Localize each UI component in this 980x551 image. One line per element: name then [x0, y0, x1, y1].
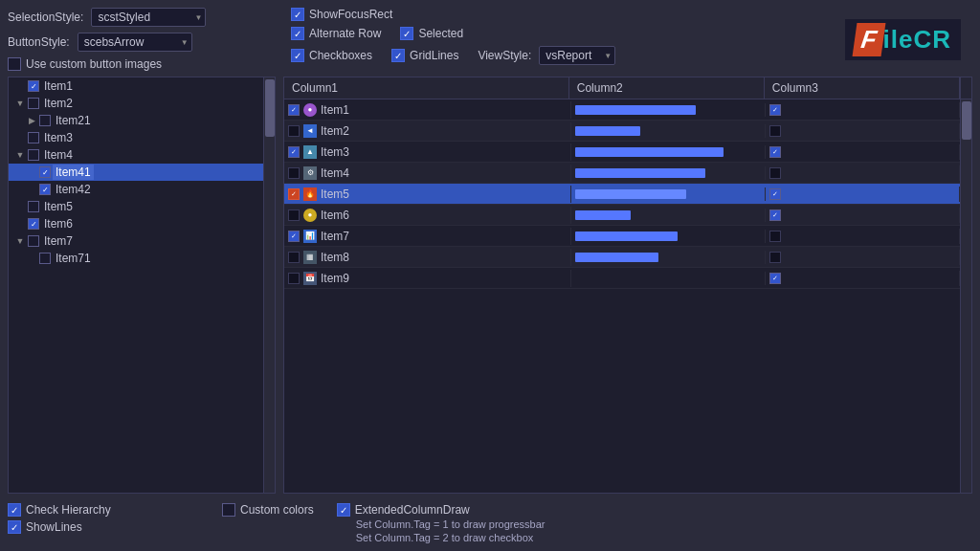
grid-cb3-item3[interactable]	[769, 146, 781, 158]
viewstyle-wrapper[interactable]: vsReport	[539, 46, 615, 65]
alternate-row-label[interactable]: Alternate Row	[291, 27, 381, 40]
cb-item4[interactable]	[28, 149, 39, 161]
grid-cb3-item6[interactable]	[769, 209, 781, 221]
tree-row-item41[interactable]: Item41	[9, 164, 263, 181]
checkboxes-cb[interactable]	[291, 49, 304, 62]
cb-item1[interactable]	[28, 80, 39, 92]
custom-colors-label[interactable]: Custom colors	[222, 503, 314, 517]
grid-row-item8[interactable]: ▦ Item8	[284, 247, 960, 268]
expand-item2[interactable]: ▼	[14, 98, 26, 109]
custom-button-cb[interactable]	[8, 57, 21, 71]
gridlines-cb[interactable]	[391, 49, 405, 62]
progress-item2	[575, 126, 640, 136]
cb-item42[interactable]	[39, 184, 51, 195]
custom-colors-cb[interactable]	[222, 503, 235, 517]
tree-row-item6[interactable]: Item6	[9, 215, 263, 232]
grid-cb3-item9[interactable]	[769, 273, 781, 284]
grid-cb-item2[interactable]	[288, 125, 300, 137]
grid-row-item5[interactable]: 🔥 Item5	[284, 184, 960, 205]
grid-row-item9[interactable]: 📅 Item9	[284, 268, 960, 289]
cb-item6[interactable]	[28, 218, 39, 230]
grid-cb-item9[interactable]	[288, 273, 300, 284]
tree-row-item5[interactable]: Item5	[9, 198, 263, 215]
expand-item41[interactable]	[26, 166, 37, 178]
cb-item7[interactable]	[28, 235, 39, 247]
tree-row-item4[interactable]: ▼ Item4	[9, 146, 263, 164]
tree-row-item7[interactable]: ▼ Item7	[9, 232, 263, 250]
cb-item41[interactable]	[39, 166, 51, 178]
grid-cb-item6[interactable]	[288, 209, 300, 221]
show-focus-rect-label[interactable]: ShowFocusRect	[291, 8, 392, 21]
alternate-row-cb[interactable]	[291, 27, 304, 40]
tree-row-item42[interactable]: Item42	[9, 181, 263, 198]
grid-cell-col2-item8	[571, 251, 766, 264]
button-style-dropdown[interactable]: scebsArrow	[78, 33, 192, 52]
grid-row-item1[interactable]: ● Item1	[284, 99, 960, 121]
expand-item3[interactable]	[14, 132, 26, 143]
grid-row-item7[interactable]: 📊 Item7	[284, 226, 960, 247]
expand-item21[interactable]: ▶	[26, 115, 37, 126]
cb-item3[interactable]	[28, 132, 39, 143]
show-lines-label[interactable]: ShowLines	[8, 520, 82, 534]
selection-style-dropdown[interactable]: scstStyled	[91, 8, 206, 27]
tree-panel[interactable]: Item1 ▼ Item2 ▶ Item21 Item3	[8, 77, 276, 494]
custom-button-label[interactable]: Use custom button images	[8, 57, 162, 71]
gridlines-label[interactable]: GridLines	[391, 49, 458, 62]
grid-cb3-item2[interactable]	[769, 125, 781, 137]
grid-scrollbar[interactable]	[960, 99, 971, 493]
selection-style-wrapper[interactable]: scstStyled	[91, 8, 206, 27]
expand-item42[interactable]	[26, 184, 37, 195]
checkboxes-label[interactable]: Checkboxes	[291, 49, 372, 62]
show-lines-cb[interactable]	[8, 520, 21, 534]
cb-item21[interactable]	[39, 115, 51, 126]
tree-row-item3[interactable]: Item3	[9, 129, 263, 146]
grid-row-item2[interactable]: ◄ Item2	[284, 121, 960, 142]
expand-item71[interactable]	[26, 253, 37, 264]
check-hierarchy-label[interactable]: Check Hierarchy	[8, 503, 111, 517]
expand-item7[interactable]: ▼	[14, 235, 26, 247]
grid-cb-item7[interactable]	[288, 231, 300, 242]
grid-cb-item1[interactable]	[288, 104, 300, 116]
grid-cb-item5[interactable]	[288, 188, 300, 200]
viewstyle-dropdown[interactable]: vsReport	[539, 46, 615, 65]
extended-col-draw-label[interactable]: ExtendedColumnDraw	[337, 503, 470, 517]
tree-row-item2[interactable]: ▼ Item2	[9, 95, 263, 112]
cb-item2[interactable]	[28, 98, 39, 109]
grid-col3-header: Column3	[765, 77, 960, 99]
tree-row-item21[interactable]: ▶ Item21	[9, 112, 263, 129]
grid-body[interactable]: ● Item1 ◄	[284, 99, 960, 493]
grid-scrollbar-thumb[interactable]	[962, 101, 971, 140]
tree-scrollbar[interactable]	[263, 77, 275, 493]
grid-cb3-item4[interactable]	[769, 167, 781, 179]
grid-cb3-item7[interactable]	[769, 231, 781, 242]
grid-row-item6[interactable]: ● Item6	[284, 205, 960, 226]
expand-item6[interactable]	[14, 218, 26, 230]
expand-item4[interactable]: ▼	[14, 149, 26, 161]
grid-cb3-item1[interactable]	[769, 104, 781, 116]
expand-item5[interactable]	[14, 201, 26, 212]
button-style-label: ButtonStyle:	[8, 35, 70, 49]
grid-cb-item3[interactable]	[288, 146, 300, 158]
button-style-wrapper[interactable]: scebsArrow	[78, 33, 192, 52]
cb-item71[interactable]	[39, 253, 51, 264]
check-hierarchy-cb[interactable]	[8, 503, 21, 517]
grid-cb3-item8[interactable]	[769, 252, 781, 263]
show-focus-rect-cb[interactable]	[291, 8, 304, 21]
tree-row-item1[interactable]: Item1	[9, 77, 263, 95]
label-item3: Item3	[41, 130, 76, 145]
cb-item5[interactable]	[28, 201, 39, 212]
grid-label-item6: Item6	[321, 209, 349, 222]
extended-col-draw-cb[interactable]	[337, 503, 350, 517]
grid-cb-item8[interactable]	[288, 252, 300, 263]
tree-scrollbar-thumb[interactable]	[265, 79, 275, 137]
grid-row-item4[interactable]: ⚙ Item4	[284, 163, 960, 184]
selection-style-row: SelectionStyle: scstStyled	[8, 8, 276, 27]
selected-cb[interactable]	[400, 27, 413, 40]
expand-item1[interactable]	[14, 80, 26, 92]
grid-row-item3[interactable]: ▲ Item3	[284, 142, 960, 163]
tree-row-item71[interactable]: Item71	[9, 250, 263, 267]
grid-cb-item4[interactable]	[288, 167, 300, 179]
grid-cb3-item5[interactable]	[769, 188, 781, 200]
grid-cell-col3-item5	[766, 187, 960, 202]
selected-label[interactable]: Selected	[400, 27, 463, 40]
